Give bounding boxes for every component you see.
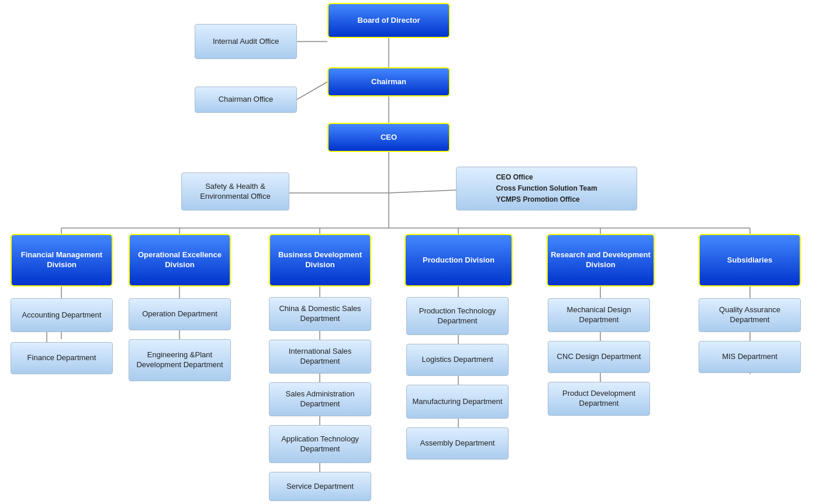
safety-office-box: Safety & Health & Environmental Office (181, 172, 289, 210)
product-dev-dept-label: Product Development Department (548, 389, 649, 409)
chairman-office-label: Chairman Office (219, 95, 274, 105)
manufacturing-dept-label: Manufacturing Department (413, 397, 503, 407)
business-division-label: Business Development Division (270, 250, 370, 270)
production-division-box: Production Division (405, 234, 513, 286)
service-dept-label: Service Department (286, 482, 354, 492)
china-domestic-dept-label: China & Domestic Sales Department (269, 304, 371, 324)
assembly-dept-box: Assembly Department (406, 427, 509, 460)
operation-dept-label: Operation Department (142, 309, 217, 319)
chairman-office-box: Chairman Office (195, 87, 297, 113)
engineering-plant-dept-label: Engineering &Plant Development Departmen… (129, 350, 230, 370)
business-division-box: Business Development Division (269, 234, 371, 286)
production-tech-dept-label: Production Technology Department (407, 306, 508, 326)
financial-division-box: Financial Management Division (11, 234, 113, 286)
production-tech-dept-box: Production Technology Department (406, 297, 509, 335)
logistics-dept-box: Logistics Department (406, 344, 509, 376)
ceo-box: CEO (327, 123, 450, 152)
sales-admin-dept-label: Sales Administration Department (269, 389, 371, 409)
manufacturing-dept-box: Manufacturing Department (406, 385, 509, 419)
subsidiaries-label: Subsidiaries (727, 256, 772, 265)
mechanical-design-dept-label: Mechanical Design Department (548, 305, 649, 325)
cnc-design-dept-box: CNC Design Department (548, 341, 650, 373)
quality-assurance-dept-label: Quality Assurance Department (699, 305, 800, 325)
safety-office-label: Safety & Health & Environmental Office (182, 182, 289, 202)
finance-dept-label: Finance Department (27, 353, 96, 363)
ceo-office-label: CEO Office Cross Function Solution Team … (496, 172, 597, 206)
international-sales-dept-label: International Sales Department (269, 347, 371, 367)
chairman-label: Chairman (371, 77, 406, 87)
sales-admin-dept-box: Sales Administration Department (269, 382, 371, 416)
accounting-dept-label: Accounting Department (22, 310, 102, 320)
operational-division-label: Operational Excellence Division (130, 250, 230, 270)
service-dept-box: Service Department (269, 472, 371, 501)
finance-dept-box: Finance Department (11, 342, 113, 374)
product-dev-dept-box: Product Development Department (548, 382, 650, 416)
china-domestic-dept-box: China & Domestic Sales Department (269, 297, 371, 331)
engineering-plant-dept-box: Engineering &Plant Development Departmen… (129, 339, 231, 381)
app-tech-dept-box: Application Technology Department (269, 425, 371, 463)
operation-dept-box: Operation Department (129, 298, 231, 330)
rd-division-box: Research and Development Division (547, 234, 655, 286)
production-division-label: Production Division (423, 256, 495, 265)
internal-audit-label: Internal Audit Office (213, 37, 279, 47)
mechanical-design-dept-box: Mechanical Design Department (548, 298, 650, 332)
logistics-dept-label: Logistics Department (421, 355, 493, 365)
accounting-dept-box: Accounting Department (11, 298, 113, 332)
board-of-director-label: Board of Director (358, 16, 420, 26)
app-tech-dept-label: Application Technology Department (269, 434, 371, 454)
org-chart: Board of Director Internal Audit Office … (0, 0, 819, 504)
chairman-box: Chairman (327, 67, 450, 96)
mis-dept-box: MIS Department (699, 341, 801, 373)
cnc-design-dept-label: CNC Design Department (557, 352, 641, 362)
operational-division-box: Operational Excellence Division (129, 234, 231, 286)
svg-line-6 (389, 190, 456, 193)
ceo-label: CEO (381, 133, 397, 143)
svg-line-4 (297, 82, 327, 99)
rd-division-label: Research and Development Division (548, 250, 654, 270)
quality-assurance-dept-box: Quality Assurance Department (699, 298, 801, 332)
internal-audit-box: Internal Audit Office (195, 24, 297, 59)
board-of-director-box: Board of Director (327, 3, 450, 38)
mis-dept-label: MIS Department (722, 352, 777, 362)
subsidiaries-box: Subsidiaries (699, 234, 801, 286)
ceo-office-box: CEO Office Cross Function Solution Team … (456, 167, 637, 210)
assembly-dept-label: Assembly Department (420, 439, 495, 448)
international-sales-dept-box: International Sales Department (269, 340, 371, 374)
financial-division-label: Financial Management Division (12, 250, 112, 270)
